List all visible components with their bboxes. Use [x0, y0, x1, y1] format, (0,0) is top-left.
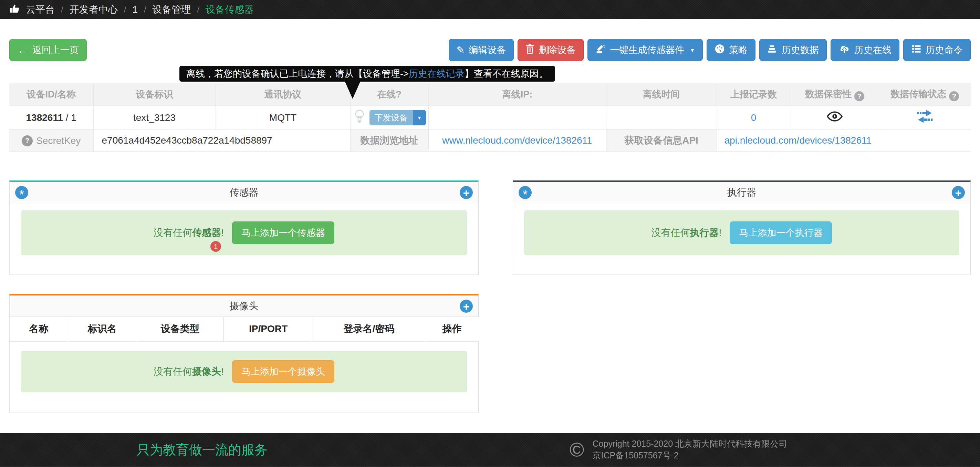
help-icon[interactable]: ?	[22, 135, 33, 147]
device-id: 1382611	[26, 112, 63, 123]
no-actuator-message: 没有任何执行器!	[652, 226, 722, 239]
camera-panel: 摄像头 + 名称 标识名 设备类型 IP/PORT 登录名/密码 操作 没有任何…	[9, 294, 479, 413]
chevron-down-icon: ▼	[690, 47, 695, 53]
footer: 只为教育做一流的服务 © Copyright 2015-2020 北京新大陆时代…	[0, 433, 980, 467]
delete-device-label: 删除设备	[539, 44, 576, 56]
help-icon[interactable]: ?	[854, 91, 864, 101]
toolbar: ← 返回上一页 ✎ 编辑设备 删除设备 一键生成传感器件 ▼ 策略	[9, 39, 971, 61]
policy-label: 策略	[729, 44, 748, 56]
secret-key-label-cell: ?SecretKey	[9, 129, 93, 151]
add-actuator-button[interactable]: 马上添加一个执行器	[730, 222, 832, 244]
actuator-panel-title: 执行器	[513, 186, 970, 199]
secret-key-label: SecretKey	[36, 135, 81, 147]
breadcrumb-bar: 云平台 / 开发者中心 / 1 / 设备管理 / 设备传感器	[0, 0, 980, 19]
secret-key-row: ?SecretKey e7061a4d452e43ccb8a722a14bd58…	[9, 129, 971, 151]
history-command-button[interactable]: 历史命令	[903, 39, 971, 61]
history-online-label: 历史在线	[854, 44, 891, 56]
camera-panel-header: 摄像头 +	[10, 295, 478, 317]
breadcrumb-separator: /	[197, 5, 200, 14]
policy-button[interactable]: 策略	[706, 39, 756, 61]
history-online-record-link[interactable]: 历史在线记录	[409, 69, 465, 79]
add-camera-circle-button[interactable]: +	[460, 300, 473, 313]
back-button[interactable]: ← 返回上一页	[9, 39, 87, 61]
camera-panel-title: 摄像头	[10, 300, 478, 313]
col-camera-login: 登录名/密码	[313, 317, 425, 341]
panels-row: 传感器 * + 没有任何传感器! 马上添加一个传感器 1 执行器 * + 没有任…	[9, 180, 971, 274]
delete-device-button[interactable]: 删除设备	[517, 39, 584, 61]
camera-panel-body: 没有任何摄像头! 马上添加一个摄像头	[10, 342, 478, 392]
magic-icon	[595, 44, 606, 56]
device-name-suffix: / 1	[63, 112, 76, 123]
actuator-panel-header: 执行器 * +	[513, 182, 970, 203]
breadcrumb: 云平台 / 开发者中心 / 1 / 设备管理 / 设备传感器	[26, 3, 254, 16]
generate-sensor-dropdown-button[interactable]: 一键生成传感器件 ▼	[587, 39, 703, 61]
col-camera-actions: 操作	[425, 317, 479, 341]
add-sensor-button[interactable]: 马上添加一个传感器	[232, 222, 334, 244]
col-protocol: 通讯协议	[216, 83, 350, 106]
data-transfer-arrows-icon[interactable]	[917, 110, 933, 126]
add-camera-button[interactable]: 马上添加一个摄像头	[232, 360, 334, 383]
copyright-icon: ©	[570, 440, 584, 460]
col-offline-ip: 离线IP:	[428, 83, 606, 106]
trash-icon	[525, 44, 535, 56]
col-camera-tag: 标识名	[68, 317, 137, 341]
col-device-id-name: 设备ID/名称	[9, 83, 93, 106]
online-status-cell: 下发设备 ▼	[350, 106, 428, 129]
sensor-panel-title: 传感器	[10, 186, 478, 199]
actuator-settings-button[interactable]: *	[519, 186, 532, 199]
no-actuator-alert: 没有任何执行器! 马上添加一个执行器	[525, 210, 959, 255]
edit-device-button[interactable]: ✎ 编辑设备	[449, 39, 514, 61]
secret-key-value: e7061a4d452e43ccb8a722a14bd58897	[93, 129, 350, 151]
list-icon	[911, 44, 921, 56]
back-arrow-icon: ←	[17, 44, 28, 56]
col-report-count: 上报记录数	[717, 83, 791, 106]
no-camera-message: 没有任何摄像头!	[154, 365, 224, 378]
sensor-settings-button[interactable]: *	[15, 186, 28, 199]
device-api-link[interactable]: api.nlecloud.com/devices/1382611	[724, 135, 872, 146]
history-data-label: 历史数据	[782, 44, 819, 56]
device-row: 1382611 / 1 text_3123 MQTT 下发设备 ▼ 0	[9, 106, 971, 129]
offline-ip-cell	[428, 106, 606, 129]
col-camera-type: 设备类型	[137, 317, 223, 341]
send-device-caret-button[interactable]: ▼	[413, 110, 426, 125]
bulb-offline-icon	[353, 108, 366, 127]
add-actuator-circle-button[interactable]: +	[952, 186, 965, 199]
tooltip-text-before: 离线，若您的设备确认已上电连接，请从【设备管理->	[186, 69, 409, 79]
browse-url-label-cell: 数据浏览地址	[350, 129, 428, 151]
add-sensor-circle-button[interactable]: +	[460, 186, 473, 199]
no-sensor-message: 没有任何传感器!	[154, 226, 224, 239]
help-icon[interactable]: ?	[949, 91, 959, 101]
device-table-header-row: 设备ID/名称 设备标识 通讯协议 在线? 离线IP: 离线时间 上报记录数 数…	[9, 83, 971, 106]
notification-badge: 1	[210, 241, 221, 252]
breadcrumb-item-platform[interactable]: 云平台	[26, 3, 55, 16]
protocol-cell: MQTT	[216, 106, 350, 129]
action-buttons: ✎ 编辑设备 删除设备 一键生成传感器件 ▼ 策略 历史数据	[449, 39, 971, 61]
transfer-status-cell	[879, 106, 971, 129]
camera-table: 名称 标识名 设备类型 IP/PORT 登录名/密码 操作	[10, 317, 479, 342]
api-url-cell: api.nlecloud.com/devices/1382611	[717, 129, 971, 151]
actuator-panel: 执行器 * + 没有任何执行器! 马上添加一个执行器	[513, 180, 971, 274]
bars-icon	[767, 44, 778, 56]
breadcrumb-separator: /	[144, 5, 146, 14]
col-data-privacy: 数据保密性?	[791, 83, 879, 106]
breadcrumb-item-device-mgmt[interactable]: 设备管理	[153, 3, 191, 16]
no-sensor-alert: 没有任何传感器! 马上添加一个传感器 1	[21, 210, 467, 255]
device-browse-link[interactable]: www.nlecloud.com/device/1382611	[442, 135, 592, 146]
browse-url-cell: www.nlecloud.com/device/1382611	[428, 129, 606, 151]
history-data-button[interactable]: 历史数据	[759, 39, 827, 61]
col-camera-name: 名称	[10, 317, 68, 341]
chevron-down-icon: ▼	[417, 115, 422, 121]
eye-icon[interactable]	[827, 111, 843, 124]
no-camera-alert: 没有任何摄像头! 马上添加一个摄像头	[21, 351, 467, 392]
breadcrumb-item-project[interactable]: 1	[132, 4, 138, 15]
offline-tooltip: 离线，若您的设备确认已上电连接，请从【设备管理->历史在线记录】查看不在线原因。	[180, 66, 555, 81]
col-online: 在线?	[350, 83, 428, 106]
history-online-button[interactable]: 历史在线	[830, 39, 899, 61]
breadcrumb-item-devcenter[interactable]: 开发者中心	[70, 3, 118, 16]
send-device-button[interactable]: 下发设备	[369, 110, 413, 125]
col-camera-ip-port: IP/PORT	[223, 317, 313, 341]
hand-pointer-icon	[9, 3, 20, 16]
report-count-link[interactable]: 0	[751, 112, 757, 123]
breadcrumb-separator: /	[124, 5, 126, 14]
data-privacy-cell	[791, 106, 879, 129]
